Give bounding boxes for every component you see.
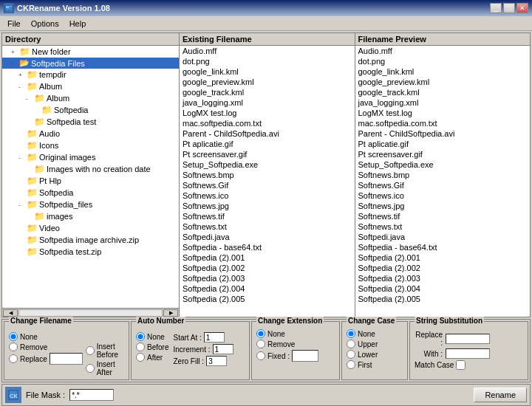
tree-item-album-1[interactable]: - 📁 Album	[2, 80, 179, 92]
tree-item-audio[interactable]: 📁 Audio	[2, 128, 179, 140]
tree-item-original-images[interactable]: - 📁 Original images	[2, 151, 179, 163]
ce-fixed-row[interactable]: Fixed :	[256, 350, 335, 362]
cf-insert-after-row[interactable]: Insert After	[86, 360, 124, 376]
start-at-input[interactable]	[204, 332, 225, 343]
tree-item-pt-hlp[interactable]: 📁 Pt Hlp	[2, 175, 179, 187]
an-after-radio[interactable]	[136, 353, 145, 362]
replace-input[interactable]	[446, 334, 490, 344]
tree-item-tempdir[interactable]: + 📁 tempdir	[2, 69, 179, 80]
scroll-left[interactable]: ◀	[3, 309, 18, 317]
tree-item-images[interactable]: 📁 images	[2, 210, 179, 222]
existing-file-item[interactable]: google_track.kml	[180, 87, 355, 97]
existing-file-item[interactable]: Softpedia (2).002	[180, 263, 355, 273]
file-mask-input[interactable]	[69, 389, 114, 401]
maximize-button[interactable]: □	[503, 3, 515, 13]
tree-item-images-no-date[interactable]: 📁 Images with no creation date	[2, 163, 179, 175]
tree-item-softpedia-test[interactable]: 📁 Softpedia test	[2, 116, 179, 128]
existing-file-item[interactable]: Softpedia - base64.txt	[180, 242, 355, 252]
minimize-button[interactable]: _	[490, 3, 502, 13]
cf-insert-after-radio[interactable]	[86, 364, 95, 373]
existing-file-item[interactable]: Pt screensaver.gif	[180, 149, 355, 159]
tree-item-video[interactable]: 📁 Video	[2, 222, 179, 234]
cf-replace-row[interactable]: Replace	[9, 353, 83, 365]
cf-remove-radio[interactable]	[9, 343, 18, 351]
tree-item-softpedia-files[interactable]: - 📂 Softpedia Files	[2, 58, 179, 69]
cf-none-radio[interactable]	[9, 332, 18, 341]
existing-file-item[interactable]: Softpedi.java	[180, 232, 355, 242]
existing-file-item[interactable]: java_logging.xml	[180, 97, 355, 108]
existing-file-item[interactable]: Softnews.bmp	[180, 170, 355, 180]
existing-file-item[interactable]: Softnews.tif	[180, 211, 355, 221]
tree-item-test-zip[interactable]: 📁 Softpedia test.zip	[2, 246, 179, 258]
existing-file-item[interactable]: google_link.kml	[180, 66, 355, 77]
rename-button[interactable]: Rename	[474, 388, 527, 402]
an-none-radio[interactable]	[136, 332, 145, 341]
existing-file-item[interactable]: Audio.mff	[180, 46, 355, 56]
preview-file-item: Softpedia - base64.txt	[355, 242, 531, 252]
cc-first-radio[interactable]	[347, 360, 355, 369]
menu-file[interactable]: File	[3, 18, 25, 30]
scroll-right[interactable]: ▶	[163, 309, 178, 317]
zero-fill-input[interactable]	[206, 356, 227, 366]
cc-lower-row[interactable]: Lower	[347, 350, 403, 359]
existing-file-item[interactable]: mac.softpedia.com.txt	[180, 118, 355, 128]
existing-file-item[interactable]: Setup_Softpedia.exe	[180, 159, 355, 170]
existing-file-item[interactable]: dot.png	[180, 56, 355, 66]
ce-remove-radio[interactable]	[256, 340, 265, 348]
cf-insert-before-row2[interactable]: Insert Before	[86, 343, 124, 359]
cc-upper-radio[interactable]	[347, 340, 355, 348]
existing-file-item[interactable]: Softpedia (2).005	[180, 294, 355, 304]
ce-fixed-radio[interactable]	[256, 351, 265, 360]
tree-item-softpedia-1[interactable]: 📁 Softpedia	[2, 104, 179, 116]
existing-file-item[interactable]: Softpedia (2).003	[180, 273, 355, 283]
existing-file-item[interactable]: Pt aplicatie.gif	[180, 139, 355, 149]
cc-lower-radio[interactable]	[347, 350, 355, 359]
bottom-section: Change Filename None Remove	[1, 319, 531, 406]
cc-none-radio[interactable]	[347, 329, 355, 338]
tree-item-softpedia-files-2[interactable]: - 📁 Softpedia_files	[2, 199, 179, 210]
existing-file-item[interactable]: Parent - ChildSoftpedia.avi	[180, 128, 355, 139]
ce-none-radio[interactable]	[256, 329, 265, 338]
ce-none-row[interactable]: None	[256, 329, 335, 338]
an-before-radio[interactable]	[136, 343, 145, 351]
match-case-row[interactable]: Match Case	[415, 360, 523, 370]
cf-replace-input[interactable]	[50, 353, 83, 365]
change-case-options: None Upper Lower First	[347, 329, 403, 369]
cc-none-row[interactable]: None	[347, 329, 403, 338]
an-after-row[interactable]: After	[136, 353, 168, 362]
existing-file-item[interactable]: Softpedia (2).004	[180, 283, 355, 294]
cc-first-row[interactable]: First	[347, 360, 403, 369]
tree-item-new-folder[interactable]: + 📁 New folder	[2, 46, 179, 58]
tree-item-icons[interactable]: 📁 Icons	[2, 140, 179, 151]
existing-file-item[interactable]: Softnews.jpg	[180, 201, 355, 211]
cf-none-label: None	[20, 333, 38, 341]
tree-item-softpedia-2[interactable]: 📁 Softpedia	[2, 187, 179, 199]
tree-item-archive-zip[interactable]: 📁 Softpedia image archive.zip	[2, 234, 179, 246]
an-before-row[interactable]: Before	[136, 343, 168, 351]
cc-upper-row[interactable]: Upper	[347, 340, 403, 348]
existing-file-item[interactable]: google_preview.kml	[180, 77, 355, 87]
an-none-row[interactable]: None	[136, 332, 168, 341]
cf-replace-radio[interactable]	[9, 354, 18, 363]
close-button[interactable]: ✕	[516, 3, 528, 13]
tree-item-album-2[interactable]: - 📁 Album	[2, 92, 179, 104]
cf-none-row[interactable]: None	[9, 332, 83, 341]
directory-tree[interactable]: + 📁 New folder - 📂 Softpedia Files + 📁 t…	[2, 46, 179, 308]
existing-file-item[interactable]: Softnews.txt	[180, 221, 355, 232]
existing-file-item[interactable]: Softnews.ico	[180, 190, 355, 201]
menu-options[interactable]: Options	[27, 18, 64, 30]
h-scrollbar[interactable]: ◀ ▶	[2, 308, 179, 317]
existing-file-item[interactable]: Softnews.Gif	[180, 180, 355, 190]
existing-files-list[interactable]: Audio.mffdot.pnggoogle_link.kmlgoogle_pr…	[180, 46, 355, 317]
ce-remove-row[interactable]: Remove	[256, 340, 335, 348]
match-case-checkbox[interactable]	[456, 360, 466, 370]
existing-file-item[interactable]: LogMX test.log	[180, 108, 355, 118]
ce-fixed-input[interactable]	[292, 350, 318, 362]
cf-insert-before-radio2[interactable]	[86, 346, 95, 355]
folder-icon: 📁	[34, 164, 45, 174]
existing-file-item[interactable]: Softpedia (2).001	[180, 252, 355, 263]
increment-input[interactable]	[213, 344, 233, 354]
cf-remove-row[interactable]: Remove	[9, 343, 83, 351]
menu-help[interactable]: Help	[65, 18, 91, 30]
with-input[interactable]	[446, 348, 490, 359]
